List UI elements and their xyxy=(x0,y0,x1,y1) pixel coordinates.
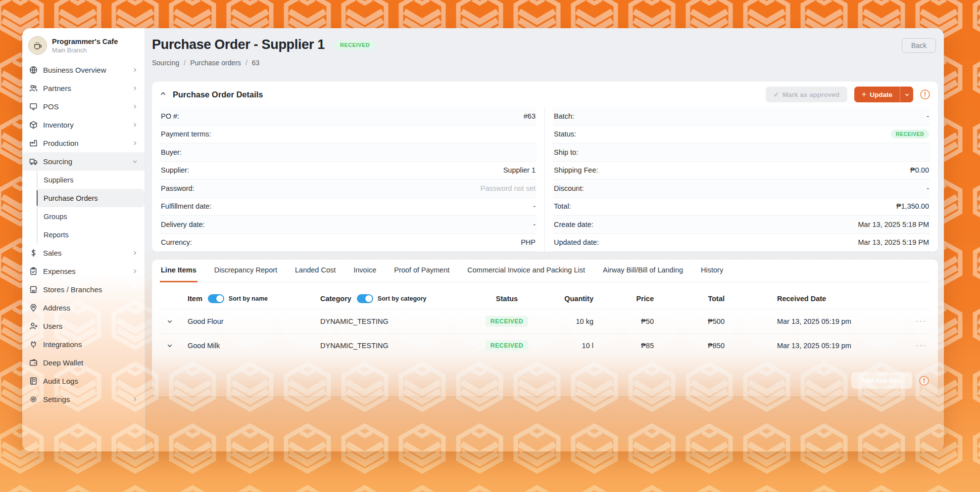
sidebar-item-business-overview[interactable]: Business Overview xyxy=(22,61,145,79)
sidebar-item-partners[interactable]: Partners xyxy=(22,79,145,97)
sub-item-label: Reports xyxy=(44,231,69,239)
chevron-right-icon xyxy=(132,267,138,275)
line-item-row: Good Milk DYNAMIC_TESTING RECEIVED 10 l … xyxy=(160,333,930,358)
sidebar-item-label: Sourcing xyxy=(43,157,132,166)
sidebar-item-label: Production xyxy=(43,139,132,147)
breadcrumb-purchase-orders[interactable]: Purchase orders xyxy=(190,59,241,67)
sidebar-item-suppliers[interactable]: Suppliers xyxy=(38,171,145,189)
detail-row-updated-date: Updated date:Mar 13, 2025 5:19 PM xyxy=(553,234,930,252)
info-icon[interactable]: ! xyxy=(920,89,930,99)
sidebar-item-production[interactable]: Production xyxy=(22,134,145,152)
toggle-knob xyxy=(365,295,372,302)
sidebar-item-users[interactable]: Users xyxy=(22,317,145,335)
detail-value: PHP xyxy=(521,238,536,246)
tab-history[interactable]: History xyxy=(700,260,724,282)
line-items-footer: Add line item ! xyxy=(160,372,930,389)
add-line-item-button[interactable]: Add line item xyxy=(851,372,912,389)
tab-discrepancy-report[interactable]: Discrepancy Report xyxy=(213,260,278,282)
mark-as-approved-button[interactable]: ✓ Mark as approved xyxy=(766,87,847,102)
sidebar-item-deep-wallet[interactable]: Deep Wallet xyxy=(22,354,145,372)
detail-label: PO #: xyxy=(161,112,179,120)
tab-airway-bill[interactable]: Airway Bill/Bill of Landing xyxy=(602,260,684,282)
org-switcher[interactable]: Programmer's Cafe Main Branch xyxy=(22,34,145,61)
detail-row-delivery-date: Delivery date:- xyxy=(160,216,537,234)
detail-label: Currency: xyxy=(161,238,192,246)
detail-row-payment-terms: Payment terms: xyxy=(160,126,537,144)
update-dropdown-button[interactable] xyxy=(900,87,913,102)
sort-by-category-toggle[interactable] xyxy=(357,294,373,303)
breadcrumb-separator: / xyxy=(245,59,247,67)
sidebar-item-stores-branches[interactable]: Stores / Branches xyxy=(22,280,145,299)
tab-proof-of-payment[interactable]: Proof of Payment xyxy=(393,260,450,282)
chevron-down-icon xyxy=(132,157,138,166)
row-actions-menu[interactable]: ··· xyxy=(913,316,930,326)
toggle-knob xyxy=(216,295,223,302)
row-actions-menu[interactable]: ··· xyxy=(913,341,930,351)
detail-value: #63 xyxy=(524,112,536,120)
sidebar-item-label: Settings xyxy=(43,395,132,403)
sidebar-item-label: Audit Logs xyxy=(43,377,138,385)
tab-landed-cost[interactable]: Landed Cost xyxy=(294,260,337,282)
line-item-row: Good Flour DYNAMIC_TESTING RECEIVED 10 k… xyxy=(160,309,930,333)
breadcrumb-sourcing[interactable]: Sourcing xyxy=(152,59,179,67)
detail-value: - xyxy=(927,112,929,120)
tab-commercial-invoice-packing-list[interactable]: Commercial Invoice and Packing List xyxy=(466,260,586,282)
detail-value: Supplier 1 xyxy=(503,166,536,174)
detail-row-password: Password:Password not set xyxy=(160,179,537,198)
tab-line-items[interactable]: Line Items xyxy=(160,260,197,282)
expand-row-icon[interactable] xyxy=(160,318,180,324)
column-status: Status xyxy=(470,295,544,303)
column-quantity: Quantity xyxy=(544,295,618,303)
sidebar-item-sales[interactable]: Sales xyxy=(22,244,145,262)
sub-item-label: Suppliers xyxy=(44,176,73,184)
map-pin-icon xyxy=(29,304,38,312)
collapse-section-icon[interactable] xyxy=(160,90,166,99)
clipboard-icon xyxy=(29,267,38,275)
chevron-right-icon xyxy=(132,121,138,129)
line-items-card: Line Items Discrepancy Report Landed Cos… xyxy=(152,260,938,397)
detail-value: ₱0.00 xyxy=(910,166,929,174)
sidebar-item-pos[interactable]: POS xyxy=(22,97,145,116)
org-name: Programmer's Cafe xyxy=(52,37,118,46)
cell-category: DYNAMIC_TESTING xyxy=(306,342,470,350)
check-icon: ✓ xyxy=(774,90,779,98)
detail-row-ship-to: Ship to: xyxy=(553,143,930,162)
cell-quantity: 10 kg xyxy=(544,317,618,325)
gear-icon xyxy=(29,395,38,403)
sidebar-item-label: Sales xyxy=(43,249,132,257)
column-category: Category xyxy=(320,295,351,303)
cell-received-date: Mar 13, 2025 05:19 pm xyxy=(749,317,913,325)
sidebar-item-audit-logs[interactable]: Audit Logs xyxy=(22,372,145,390)
sidebar-item-integrations[interactable]: Integrations xyxy=(22,335,145,354)
sort-by-name-toggle[interactable] xyxy=(208,294,224,303)
sidebar-item-label: Partners xyxy=(43,84,132,92)
cell-category: DYNAMIC_TESTING xyxy=(306,317,470,325)
page-header: Purchase Order - Supplier 1 RECEIVED Bac… xyxy=(145,28,944,67)
box-icon xyxy=(29,121,38,129)
sidebar-item-reports[interactable]: Reports xyxy=(38,225,145,244)
tab-invoice[interactable]: Invoice xyxy=(352,260,377,282)
sidebar-item-inventory[interactable]: Inventory xyxy=(22,116,145,134)
detail-label: Buyer: xyxy=(161,148,182,156)
sidebar-item-expenses[interactable]: Expenses xyxy=(22,262,145,280)
detail-row-total: Total:₱1,350.00 xyxy=(553,198,930,216)
update-button[interactable]: + Update xyxy=(854,87,900,102)
purchase-order-details-card: Purchase Order Details ✓ Mark as approve… xyxy=(152,82,938,252)
cell-item: Good Milk xyxy=(180,342,306,350)
back-button[interactable]: Back xyxy=(902,38,936,53)
sidebar-item-sourcing[interactable]: Sourcing xyxy=(22,152,145,171)
coffee-cup-icon xyxy=(32,40,43,51)
sidebar-item-groups[interactable]: Groups xyxy=(38,207,145,225)
sidebar-nav: Business Overview Partners POS Inventory xyxy=(22,61,145,408)
sidebar-item-label: Integrations xyxy=(43,340,138,349)
chevron-right-icon xyxy=(132,139,138,147)
sidebar-item-label: POS xyxy=(43,102,132,111)
sidebar-item-address[interactable]: Address xyxy=(22,299,145,317)
sidebar-item-settings[interactable]: Settings xyxy=(22,390,145,408)
expand-row-icon[interactable] xyxy=(160,343,180,349)
detail-row-status: Status:RECEIVED xyxy=(553,126,930,144)
chevron-right-icon xyxy=(132,102,138,111)
info-icon[interactable]: ! xyxy=(919,376,929,386)
detail-label: Shipping Fee: xyxy=(554,166,598,174)
sidebar-item-purchase-orders[interactable]: Purchase Orders xyxy=(38,189,145,207)
